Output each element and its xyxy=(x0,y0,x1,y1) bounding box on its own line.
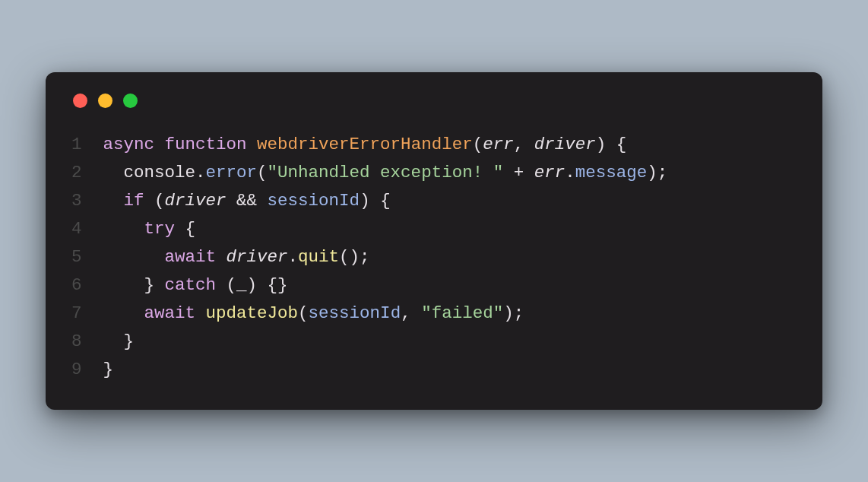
token-kw: function xyxy=(165,135,247,154)
token-kw: await xyxy=(144,303,196,323)
token-plain xyxy=(216,247,227,267)
token-fn-decl: webdriverErrorHandler xyxy=(257,135,473,154)
code-line: } xyxy=(103,356,668,384)
token-kw: async xyxy=(103,135,155,154)
code-line: await driver.quit(); xyxy=(103,243,668,271)
token-plain: . xyxy=(565,163,575,182)
token-kw: catch xyxy=(165,275,217,295)
token-plain: { xyxy=(175,219,195,239)
minimize-icon[interactable] xyxy=(98,94,112,108)
code-line: await updateJob(sessionId, "failed"); xyxy=(103,300,668,328)
token-kw: await xyxy=(165,247,217,267)
token-param: err xyxy=(534,163,565,182)
token-str: "Unhandled exception! " xyxy=(268,163,504,182)
code-line: try { xyxy=(103,215,668,243)
code-line: console.error("Unhandled exception! " + … xyxy=(103,159,668,187)
code-window: 1 2 3 4 5 6 7 8 9 async function webdriv… xyxy=(46,72,822,409)
token-plain: ( xyxy=(144,191,165,211)
token-plain: } xyxy=(103,275,165,295)
maximize-icon[interactable] xyxy=(123,94,138,108)
code-block: 1 2 3 4 5 6 7 8 9 async function webdriv… xyxy=(71,131,797,383)
code-line: async function webdriverErrorHandler(err… xyxy=(103,131,668,159)
token-plain xyxy=(103,303,144,323)
token-ident: sessionId xyxy=(309,303,401,323)
code-content[interactable]: async function webdriverErrorHandler(err… xyxy=(103,131,668,383)
close-icon[interactable] xyxy=(73,94,87,108)
token-plain: . xyxy=(195,163,206,182)
token-kw: if xyxy=(124,191,144,211)
token-plain xyxy=(247,135,258,154)
token-plain: , xyxy=(401,303,421,323)
token-plain: (_) {} xyxy=(216,275,288,295)
code-line: } catch (_) {} xyxy=(103,271,668,300)
token-str: "failed" xyxy=(421,303,503,323)
line-gutter: 1 2 3 4 5 6 7 8 9 xyxy=(71,131,103,383)
token-plain: ) { xyxy=(596,135,627,154)
token-member: message xyxy=(575,163,648,182)
token-obj: console xyxy=(103,163,196,182)
token-plain: ) { xyxy=(360,191,391,211)
token-param: driver xyxy=(165,191,227,211)
token-plain: } xyxy=(103,360,114,379)
token-param: driver xyxy=(227,247,288,267)
token-plain: ( xyxy=(298,303,309,323)
token-call: quit xyxy=(298,247,339,267)
token-plain xyxy=(103,247,165,267)
token-plain xyxy=(154,135,165,154)
token-plain: . xyxy=(288,247,299,267)
token-call: updateJob xyxy=(206,303,299,323)
token-plain xyxy=(195,303,206,323)
token-ident: sessionId xyxy=(268,191,360,211)
traffic-lights xyxy=(73,94,797,108)
token-plain: , xyxy=(514,135,534,154)
token-plain xyxy=(103,219,144,239)
token-plain: ( xyxy=(257,163,268,182)
token-plain: && xyxy=(227,191,268,211)
token-plain xyxy=(103,191,124,211)
token-member: error xyxy=(206,163,258,182)
token-plain: + xyxy=(503,163,534,182)
token-plain: } xyxy=(103,331,135,351)
token-plain: ( xyxy=(473,135,483,154)
token-param: driver xyxy=(534,135,596,154)
code-line: } xyxy=(103,328,668,356)
token-kw: try xyxy=(144,219,176,239)
code-line: if (driver && sessionId) { xyxy=(103,187,668,215)
token-plain: (); xyxy=(339,247,370,267)
token-plain: ); xyxy=(647,163,667,182)
token-param: err xyxy=(483,135,514,154)
token-plain: ); xyxy=(503,303,524,323)
